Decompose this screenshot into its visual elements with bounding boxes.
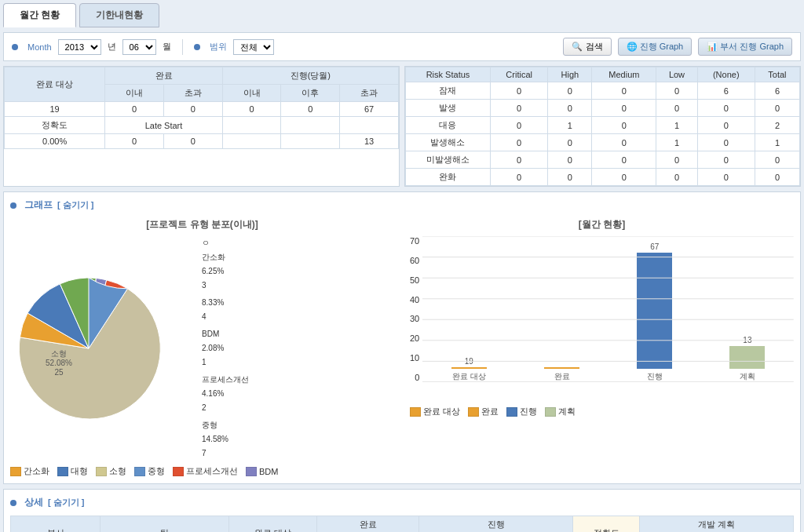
risk-none: 0 <box>697 134 755 151</box>
bar-legend-item: 완료 <box>468 406 499 417</box>
legend-color-box <box>10 467 21 476</box>
risk-high: 0 <box>548 82 592 100</box>
late-start-label: Late Start <box>105 117 222 134</box>
complete-over-value: 0 <box>164 102 223 117</box>
pie-label-12: 중형 <box>202 418 249 432</box>
risk-none: 0 <box>697 151 755 169</box>
risk-critical: 0 <box>490 169 547 186</box>
progress-after-value: 0 <box>281 102 340 117</box>
risk-medium: 0 <box>592 82 656 100</box>
risk-label: 발생 <box>406 100 491 117</box>
pie-label-7: 2.08% <box>202 341 249 355</box>
legend-color-box <box>173 467 184 476</box>
y-label-0: 0 <box>415 373 419 382</box>
risk-high: 1 <box>548 117 592 134</box>
pie-legend-item: 프로세스개선 <box>173 465 238 477</box>
risk-total: 6 <box>755 82 799 100</box>
complete-header: 완료 <box>105 67 222 85</box>
bar-legend-color <box>410 407 421 417</box>
complete-within-value: 0 <box>105 102 164 117</box>
risk-none: 0 <box>697 169 755 186</box>
complete-target-value: 19 <box>5 102 105 117</box>
month-unit: 월 <box>163 41 171 53</box>
pie-label-9: 프로세스개선 <box>202 373 249 387</box>
range-label: 범위 <box>210 41 227 53</box>
risk-low: 0 <box>656 82 697 100</box>
y-label-20: 20 <box>410 333 419 343</box>
risk-label: 완화 <box>406 169 491 186</box>
pie-legend-item: 대형 <box>57 465 88 477</box>
tab-monthly[interactable]: 월간 현황 <box>3 3 76 27</box>
legend-color-box <box>96 467 107 476</box>
risk-label: 잠재 <box>406 82 491 100</box>
risk-high: 0 <box>548 100 592 117</box>
pie-label-1: 간소화 <box>202 250 249 264</box>
year-unit: 년 <box>108 41 116 53</box>
y-label-70: 70 <box>410 236 419 246</box>
range-select[interactable]: 전체 <box>233 39 274 55</box>
pie-label-2: 6.25% <box>202 264 249 279</box>
risk-row: 잠재 0 0 0 0 6 6 <box>406 82 800 100</box>
dept-graph-button[interactable]: 📊 부서 진행 Graph <box>698 38 792 56</box>
month-select[interactable]: 06 <box>122 39 156 55</box>
late-v1: 0 <box>105 134 164 149</box>
high-header: High <box>548 67 592 82</box>
search-button[interactable]: 🔍 검색 <box>563 38 611 56</box>
risk-critical: 0 <box>490 100 547 117</box>
risk-medium: 0 <box>592 169 656 186</box>
pie-label-5: 4 <box>202 310 249 324</box>
pie-label-10: 4.16% <box>202 387 249 401</box>
risk-row: 대응 0 1 0 1 0 2 <box>406 117 800 134</box>
accuracy-value: 0.00% <box>5 134 105 149</box>
bar-legend-label: 완료 <box>481 406 499 417</box>
dev-plan-header: 개발 계획 <box>640 516 794 533</box>
risk-total: 2 <box>755 117 799 134</box>
detail-toggle[interactable]: [ 숨기기 ] <box>48 497 84 508</box>
low-header: Low <box>656 67 697 82</box>
y-label-50: 50 <box>410 275 419 285</box>
risk-medium: 0 <box>592 151 656 169</box>
progress-graph-button[interactable]: 🌐 진행 Graph <box>618 38 693 56</box>
graph-toggle[interactable]: [ 숨기기 ] <box>57 199 93 211</box>
graph-section-title: 그래프 <box>24 199 53 212</box>
bar-legend-label: 진행 <box>520 406 537 417</box>
pie-legend-item: 간소화 <box>10 465 49 477</box>
pie-label-13: 14.58% <box>202 432 249 446</box>
risk-none: 0 <box>697 100 755 117</box>
bar-chart-title: [월간 현황] <box>410 218 794 231</box>
grid-lines <box>422 236 794 382</box>
risk-row: 발생해소 0 0 0 1 0 1 <box>406 134 800 151</box>
risk-critical: 0 <box>490 134 547 151</box>
risk-total: 0 <box>755 169 799 186</box>
risk-low: 1 <box>656 117 697 134</box>
pie-label-6: BDM <box>202 327 249 341</box>
risk-none: 6 <box>697 82 755 100</box>
risk-total: 0 <box>755 100 799 117</box>
legend-color-box <box>57 467 68 476</box>
risk-critical: 0 <box>490 151 547 169</box>
pie-label-0: ㅇ <box>202 236 249 250</box>
accuracy-header: 정확도 <box>572 516 640 533</box>
svg-text:소형: 소형 <box>51 349 67 358</box>
bar-legend-item: 계획 <box>545 406 576 417</box>
y-label-30: 30 <box>410 314 419 323</box>
month-label: Month <box>27 42 52 52</box>
progress-within-header: 이내 <box>222 85 281 102</box>
tab-deadline[interactable]: 기한내현황 <box>79 3 159 27</box>
pie-legend-item: 소형 <box>96 465 126 477</box>
detail-complete-target-header: 완료 대상 <box>229 516 317 533</box>
dept-header: 부서 <box>11 516 100 533</box>
bar-legend-label: 완료 대상 <box>423 406 460 417</box>
risk-low: 0 <box>656 151 697 169</box>
bar-legend-label: 계획 <box>558 406 576 417</box>
risk-high: 0 <box>548 151 592 169</box>
legend-color-box <box>134 467 145 476</box>
risk-label: 발생해소 <box>406 134 491 151</box>
risk-row: 완화 0 0 0 0 0 0 <box>406 169 800 186</box>
year-select[interactable]: 2013 <box>58 39 101 55</box>
risk-critical: 0 <box>490 117 547 134</box>
legend-label: 소형 <box>109 465 126 477</box>
detail-complete-header: 완료 <box>317 516 419 533</box>
risk-label: 미발생해소 <box>406 151 491 169</box>
y-label-40: 40 <box>410 295 419 304</box>
